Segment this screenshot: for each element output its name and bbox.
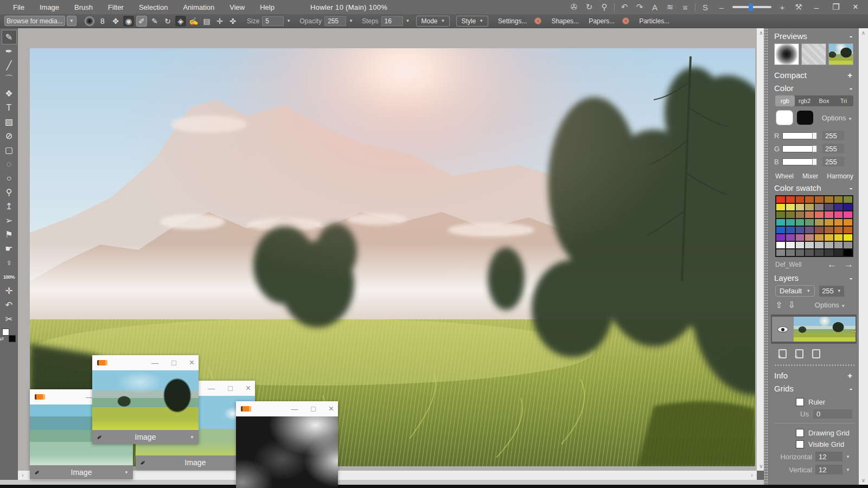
- scroll-left-icon[interactable]: ‹: [19, 471, 27, 480]
- swatch-cell[interactable]: [814, 241, 824, 249]
- waves-icon[interactable]: ≋: [665, 2, 675, 12]
- visible-grid-checkbox[interactable]: [796, 440, 804, 448]
- crosshair-icon[interactable]: ✜: [227, 16, 238, 27]
- vertical-input[interactable]: 12: [815, 465, 843, 474]
- swatch-cell[interactable]: [805, 234, 814, 241]
- swatch-cell[interactable]: [814, 211, 824, 219]
- previews-collapse-button[interactable]: -: [850, 31, 854, 41]
- swatch-cell[interactable]: [805, 226, 814, 234]
- swatch-cell[interactable]: [843, 203, 853, 211]
- us-input[interactable]: 0: [813, 409, 852, 419]
- opacity-input[interactable]: 255: [324, 16, 346, 26]
- airbrush-icon[interactable]: A: [649, 3, 660, 12]
- swatch-cell[interactable]: [843, 234, 853, 241]
- undo-tool[interactable]: ↶: [2, 298, 16, 312]
- stamp-icon[interactable]: ✥: [110, 16, 121, 27]
- swatch-cell[interactable]: [843, 241, 853, 249]
- swatch-cell[interactable]: [776, 241, 786, 249]
- swatch-cell[interactable]: [805, 211, 814, 219]
- tools-icon[interactable]: ⚒: [793, 2, 804, 12]
- magnifier-tool[interactable]: ♀: [2, 256, 16, 269]
- swatch-cell[interactable]: [824, 249, 834, 256]
- swatch-cell[interactable]: [805, 219, 814, 226]
- floating-image-window-4[interactable]: —□×: [236, 401, 338, 488]
- color-link-harmony[interactable]: Harmony: [827, 172, 853, 180]
- refresh-icon[interactable]: ↻: [584, 2, 595, 12]
- swatch-cell[interactable]: [795, 226, 805, 234]
- size-input[interactable]: 5: [262, 16, 284, 26]
- paper-preview-thumbnail[interactable]: [801, 43, 826, 65]
- swatch-cell[interactable]: [824, 219, 834, 226]
- swatch-cell[interactable]: [805, 196, 814, 203]
- merge-layer-icon[interactable]: −: [795, 349, 803, 358]
- swatch-collapse-button[interactable]: -: [850, 183, 854, 192]
- horizontal-dropdown[interactable]: ▼: [846, 454, 850, 459]
- zoom-tool[interactable]: ⚲: [2, 185, 16, 199]
- swatch-cell[interactable]: [776, 203, 786, 211]
- pushpin-tool[interactable]: ⚑: [2, 228, 16, 241]
- panel-scrollbar[interactable]: ∧ ∨: [859, 28, 868, 485]
- swatch-cell[interactable]: [824, 196, 834, 203]
- dollar-icon[interactable]: S: [700, 3, 711, 12]
- maximize-button[interactable]: □: [311, 404, 315, 413]
- swatch-cell[interactable]: [776, 234, 786, 241]
- image-preview-thumbnail[interactable]: [828, 43, 853, 65]
- menu-brush[interactable]: Brush: [67, 3, 100, 11]
- smear-tool[interactable]: ✒: [2, 44, 16, 58]
- swatch-cell[interactable]: [805, 249, 814, 256]
- swatch-cell[interactable]: [824, 203, 834, 211]
- vertical-dropdown[interactable]: ▼: [846, 467, 850, 472]
- brush-preview[interactable]: [84, 16, 95, 27]
- b-slider-handle[interactable]: [812, 158, 817, 165]
- foreground-color-well[interactable]: [776, 111, 793, 125]
- picker-tool[interactable]: ➢: [2, 214, 16, 227]
- swatch-cell[interactable]: [776, 219, 786, 226]
- swatch-cell[interactable]: [843, 226, 853, 234]
- swatch-cell[interactable]: [834, 196, 844, 203]
- b-value[interactable]: 255: [822, 157, 844, 166]
- minimize-button[interactable]: —: [151, 359, 158, 367]
- text-tool[interactable]: T: [2, 101, 16, 114]
- info-expand-button[interactable]: +: [847, 371, 854, 380]
- color-tab-rgb2[interactable]: rgb2: [795, 95, 814, 106]
- swatch-cell[interactable]: [776, 249, 786, 256]
- curve-tool[interactable]: ⌒: [2, 73, 16, 86]
- browse-media-button[interactable]: Browse for media...: [4, 16, 65, 26]
- maximize-button[interactable]: □: [228, 384, 232, 393]
- scroll-right-icon[interactable]: ›: [748, 471, 756, 480]
- color-tab-Box[interactable]: Box: [814, 95, 834, 106]
- menu-file[interactable]: File: [5, 3, 32, 11]
- zoom-slider[interactable]: [732, 6, 771, 8]
- image-mode-label[interactable]: Image: [92, 433, 199, 441]
- swatch-cell[interactable]: [786, 249, 795, 256]
- minimize-button[interactable]: —: [291, 405, 298, 413]
- layer-down-button[interactable]: ⇩: [788, 300, 795, 310]
- target-icon[interactable]: ✛: [214, 16, 225, 27]
- swatch-cell[interactable]: [824, 211, 834, 219]
- ellipse-select-tool[interactable]: ○: [2, 171, 16, 185]
- style-dropdown[interactable]: Style▼: [456, 16, 488, 27]
- line-tool[interactable]: ╱: [2, 59, 16, 72]
- capture-icon[interactable]: ✇: [569, 2, 579, 12]
- color-link-wheel[interactable]: Wheel: [775, 172, 794, 180]
- swatch-cell[interactable]: [834, 241, 844, 249]
- steps-dropdown[interactable]: ▼: [406, 18, 410, 23]
- shapes-button[interactable]: Shapes...: [551, 17, 579, 25]
- ruler-checkbox[interactable]: [796, 398, 804, 406]
- pen-icon[interactable]: ✐: [136, 16, 147, 27]
- swatch-cell[interactable]: [786, 211, 795, 219]
- background-color-swatch[interactable]: [9, 335, 16, 342]
- image-mode-dropdown[interactable]: ▼: [124, 470, 129, 475]
- window-minimize-button[interactable]: –: [809, 3, 824, 12]
- swatch-cell[interactable]: [795, 249, 805, 256]
- color-options-dropdown[interactable]: Options ▼: [822, 114, 854, 122]
- lock-icon[interactable]: ⚲: [599, 2, 610, 12]
- swatch-cell[interactable]: [786, 203, 795, 211]
- lines-icon[interactable]: ≡: [680, 3, 691, 12]
- opacity-dropdown[interactable]: ▼: [349, 18, 353, 23]
- window-close-button[interactable]: ×: [848, 2, 863, 12]
- zoom-out-button[interactable]: –: [716, 3, 727, 12]
- r-slider-handle[interactable]: [812, 132, 817, 139]
- maximize-button[interactable]: □: [171, 358, 176, 367]
- color-tab-rgb[interactable]: rgb: [775, 95, 795, 106]
